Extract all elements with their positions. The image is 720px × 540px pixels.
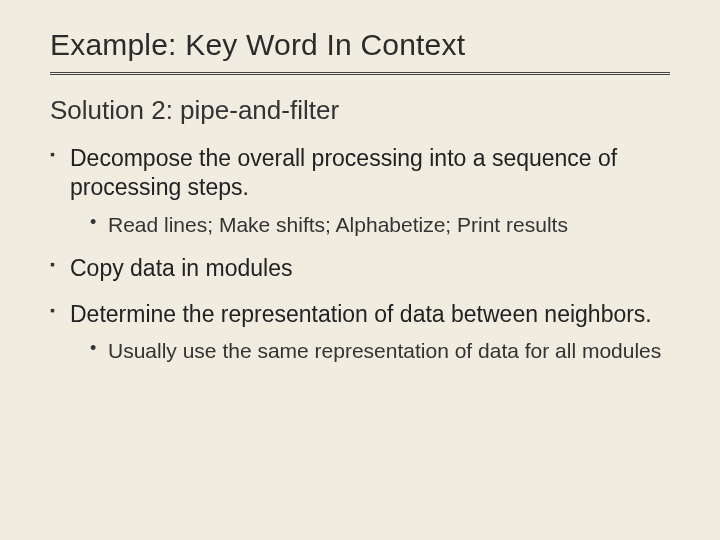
sub-list: Usually use the same representation of d… xyxy=(90,337,670,364)
bullet-text: Determine the representation of data bet… xyxy=(70,301,652,327)
slide-subtitle: Solution 2: pipe-and-filter xyxy=(50,95,670,126)
bullet-list: Decompose the overall processing into a … xyxy=(50,144,670,364)
sub-list-item: Read lines; Make shifts; Alphabetize; Pr… xyxy=(90,211,670,238)
sub-bullet-text: Usually use the same representation of d… xyxy=(108,339,661,362)
slide-title: Example: Key Word In Context xyxy=(50,28,670,68)
sub-list-item: Usually use the same representation of d… xyxy=(90,337,670,364)
bullet-text: Decompose the overall processing into a … xyxy=(70,145,617,200)
list-item: Determine the representation of data bet… xyxy=(50,300,670,365)
bullet-text: Copy data in modules xyxy=(70,255,292,281)
list-item: Decompose the overall processing into a … xyxy=(50,144,670,238)
sub-list: Read lines; Make shifts; Alphabetize; Pr… xyxy=(90,211,670,238)
slide: Example: Key Word In Context Solution 2:… xyxy=(0,0,720,540)
title-divider xyxy=(50,72,670,79)
list-item: Copy data in modules xyxy=(50,254,670,283)
sub-bullet-text: Read lines; Make shifts; Alphabetize; Pr… xyxy=(108,213,568,236)
